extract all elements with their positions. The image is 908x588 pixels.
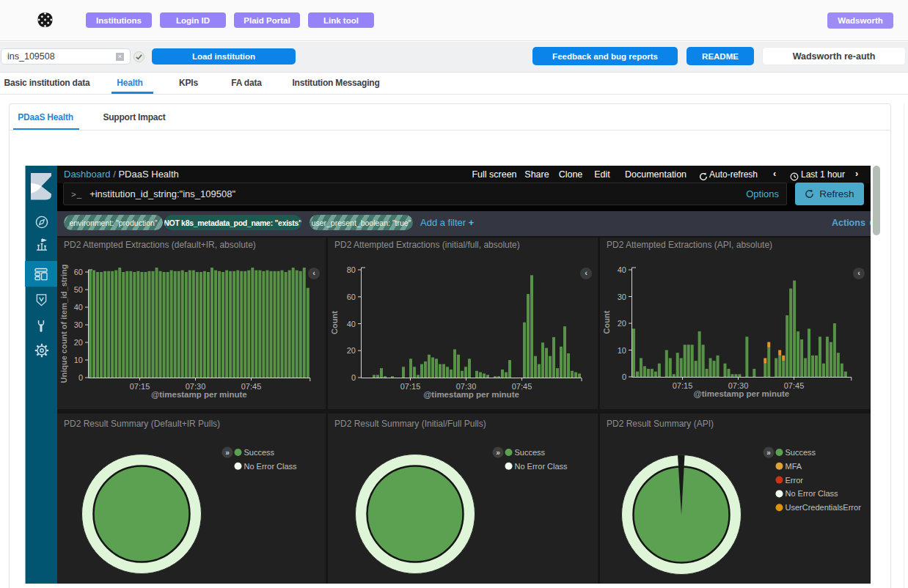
- svg-text:0: 0: [351, 373, 356, 382]
- svg-text:40: 40: [74, 303, 83, 312]
- svg-text:Count: Count: [330, 311, 339, 334]
- svg-text:No Error Class: No Error Class: [244, 462, 298, 471]
- svg-text:Error: Error: [786, 476, 804, 485]
- svg-text:60: 60: [74, 268, 83, 276]
- svg-text:30: 30: [618, 293, 626, 301]
- svg-text:07:15: 07:15: [130, 382, 150, 391]
- svg-text:@timestamp per minute: @timestamp per minute: [423, 390, 519, 399]
- svg-text:»: »: [496, 449, 500, 457]
- svg-text:Unique count of item_id_string: Unique count of item_id_string: [59, 265, 68, 383]
- svg-text:Success: Success: [515, 448, 546, 457]
- svg-text:UserCredentialsError: UserCredentialsError: [786, 503, 862, 512]
- svg-text:20: 20: [347, 346, 356, 355]
- svg-text:07:15: 07:15: [673, 381, 693, 390]
- svg-text:10: 10: [74, 356, 83, 364]
- svg-text:20: 20: [74, 338, 83, 347]
- svg-text:Count: Count: [602, 310, 611, 334]
- svg-text:40: 40: [618, 265, 626, 274]
- svg-text:0: 0: [622, 372, 626, 381]
- svg-text:»: »: [225, 449, 230, 457]
- svg-text:50: 50: [74, 285, 83, 294]
- svg-text:@timestamp per minute: @timestamp per minute: [694, 389, 790, 398]
- svg-text:30: 30: [74, 320, 83, 329]
- svg-text:No Error Class: No Error Class: [515, 462, 568, 471]
- svg-text:0: 0: [78, 373, 83, 382]
- svg-text:No Error Class: No Error Class: [786, 489, 839, 498]
- svg-text:»: »: [766, 449, 771, 457]
- svg-text:10: 10: [618, 346, 626, 355]
- svg-text:80: 80: [347, 265, 356, 274]
- svg-text:Success: Success: [244, 448, 275, 457]
- svg-text:20: 20: [618, 319, 626, 328]
- svg-text:60: 60: [347, 293, 356, 301]
- svg-text:MFA: MFA: [786, 462, 802, 471]
- svg-text:40: 40: [347, 320, 356, 328]
- svg-text:07:15: 07:15: [400, 382, 421, 391]
- svg-text:@timestamp per minute: @timestamp per minute: [151, 390, 247, 399]
- svg-text:Success: Success: [786, 448, 816, 457]
